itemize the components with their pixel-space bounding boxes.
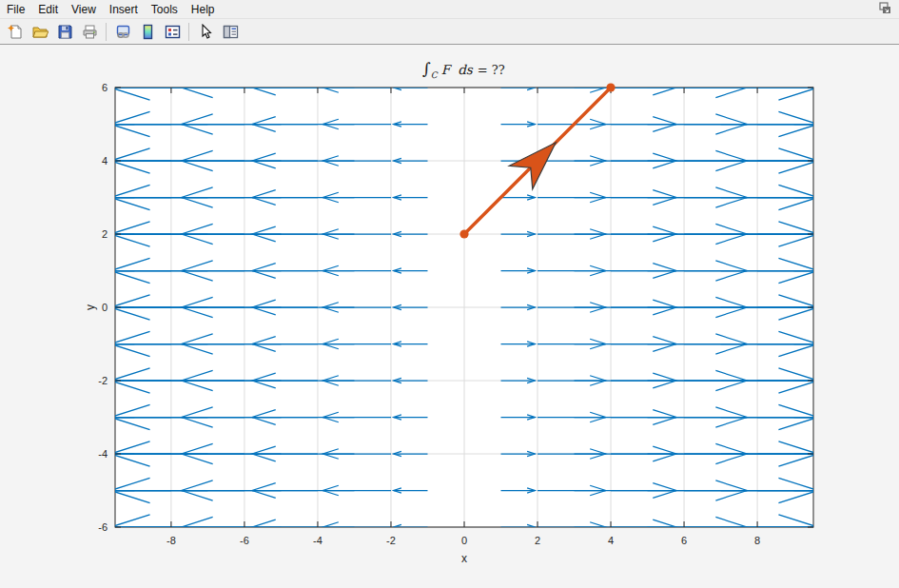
insert-colorbar-icon (140, 24, 156, 40)
y-tick-label: 0 (102, 302, 107, 313)
toolbar-separator (106, 23, 107, 41)
quiver-plot-axes[interactable]: -8-6-4-202468-6-4-20246 ∫CFds= ?? x y (0, 45, 899, 588)
y-tick-label: 2 (102, 228, 107, 240)
open-file-button[interactable] (28, 21, 52, 43)
insert-legend-icon (165, 24, 181, 40)
insert-colorbar-button[interactable] (135, 21, 160, 43)
link-plot-button[interactable] (110, 21, 135, 43)
edit-plot-icon (198, 24, 214, 40)
x-tick-label: -8 (166, 535, 176, 546)
toolbar-separator (188, 23, 189, 41)
print-figure-button[interactable] (77, 21, 102, 43)
link-plot-icon (115, 24, 131, 40)
insert-legend-button[interactable] (160, 21, 185, 43)
undock-button[interactable] (876, 2, 891, 15)
y-tick-label: -4 (98, 448, 107, 460)
property-inspector-button[interactable] (218, 21, 243, 43)
figure-canvas: -8-6-4-202468-6-4-20246 ∫CFds= ?? x y (0, 45, 899, 588)
curve-endpoint-marker (459, 229, 468, 238)
menu-insert[interactable]: Insert (103, 1, 145, 18)
edit-plot-button[interactable] (193, 21, 218, 43)
y-tick-label: 4 (102, 155, 107, 167)
plot-title: ∫CFds= ?? (422, 59, 505, 80)
menu-view[interactable]: View (65, 1, 103, 18)
menu-edit[interactable]: Edit (31, 1, 65, 18)
x-tick-label: 0 (461, 535, 467, 546)
x-tick-label: -2 (386, 535, 396, 546)
save-figure-icon (57, 24, 73, 40)
figure-toolbar (0, 19, 899, 45)
x-tick-label: 6 (681, 535, 687, 546)
property-inspector-icon (223, 24, 239, 40)
menu-tools[interactable]: Tools (145, 1, 185, 18)
figure-window-chrome: File Edit View Insert Tools Help (0, 0, 899, 45)
x-tick-label: -4 (313, 535, 322, 546)
new-figure-button[interactable] (3, 21, 28, 43)
new-figure-icon (8, 24, 24, 40)
menu-file[interactable]: File (0, 1, 31, 18)
save-figure-button[interactable] (52, 21, 77, 43)
curve-endpoint-marker (606, 83, 615, 91)
x-axis-label: x (461, 552, 467, 565)
x-tick-label: 8 (754, 535, 760, 546)
x-tick-label: -6 (240, 535, 249, 546)
menu-bar: File Edit View Insert Tools Help (0, 0, 899, 19)
y-tick-label: 6 (102, 82, 107, 93)
print-figure-icon (82, 24, 98, 40)
y-tick-label: -6 (98, 521, 107, 533)
x-tick-label: 2 (535, 535, 540, 546)
menu-help[interactable]: Help (185, 1, 222, 18)
x-tick-label: 4 (608, 535, 614, 546)
undock-icon (876, 2, 891, 15)
open-file-icon (32, 24, 49, 40)
y-tick-label: -2 (98, 375, 107, 386)
y-axis-label: y (84, 304, 97, 310)
